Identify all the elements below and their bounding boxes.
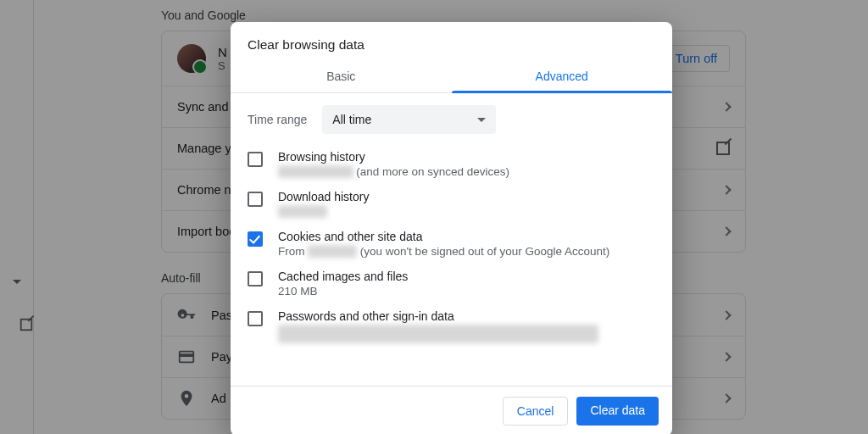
item-title: Cached images and files xyxy=(278,270,408,283)
redacted-text: xxxx xxxx xxxx xyxy=(278,165,353,178)
dialog-footer: Cancel Clear data xyxy=(231,386,672,434)
tab-basic[interactable]: Basic xyxy=(231,64,452,92)
time-range-value: All time xyxy=(332,113,371,126)
item-title: Cookies and other site data xyxy=(278,230,609,243)
checkbox-cookies[interactable] xyxy=(248,231,263,247)
clear-data-button[interactable]: Clear data xyxy=(576,397,659,426)
dialog-title: Clear browsing data xyxy=(231,22,672,64)
checkbox-passwords[interactable] xyxy=(248,311,263,326)
redacted-text: xxxx xxxx xyxy=(308,245,357,258)
tab-advanced[interactable]: Advanced xyxy=(452,64,673,92)
item-download-history: Download history xxxx xxxx xyxy=(248,184,655,224)
time-range-select[interactable]: All time xyxy=(322,105,496,134)
redacted-text: xxxx xxxx xyxy=(278,205,327,218)
checkbox-browsing-history[interactable] xyxy=(248,152,263,167)
chevron-down-icon xyxy=(477,118,486,122)
item-title: Download history xyxy=(278,190,369,203)
redacted-text: xxx xxxxxxxx xxx xxxxxxxxxxxx xxx xxxxx … xyxy=(278,325,598,343)
checkbox-download-history[interactable] xyxy=(248,192,263,207)
item-cached: Cached images and files 210 MB xyxy=(248,264,655,303)
item-title: Passwords and other sign-in data xyxy=(278,309,598,323)
checkbox-list: Browsing history xxxx xxxx xxxx (and mor… xyxy=(231,144,672,386)
item-browsing-history: Browsing history xxxx xxxx xxxx (and mor… xyxy=(248,144,655,184)
item-passwords: Passwords and other sign-in data xxx xxx… xyxy=(248,303,655,349)
item-sub: (and more on synced devices) xyxy=(353,165,510,178)
item-sub: (you won't be signed out of your Google … xyxy=(357,245,609,258)
item-title: Browsing history xyxy=(278,150,509,164)
cancel-button[interactable]: Cancel xyxy=(503,397,569,426)
checkbox-cached[interactable] xyxy=(248,271,263,287)
item-cookies: Cookies and other site data From xxxx xx… xyxy=(248,224,655,264)
time-range-row: Time range All time xyxy=(231,93,672,144)
item-sub: 210 MB xyxy=(278,285,408,298)
dialog-tabs: Basic Advanced xyxy=(231,64,672,93)
clear-browsing-data-dialog: Clear browsing data Basic Advanced Time … xyxy=(231,22,672,434)
time-range-label: Time range xyxy=(248,113,307,126)
